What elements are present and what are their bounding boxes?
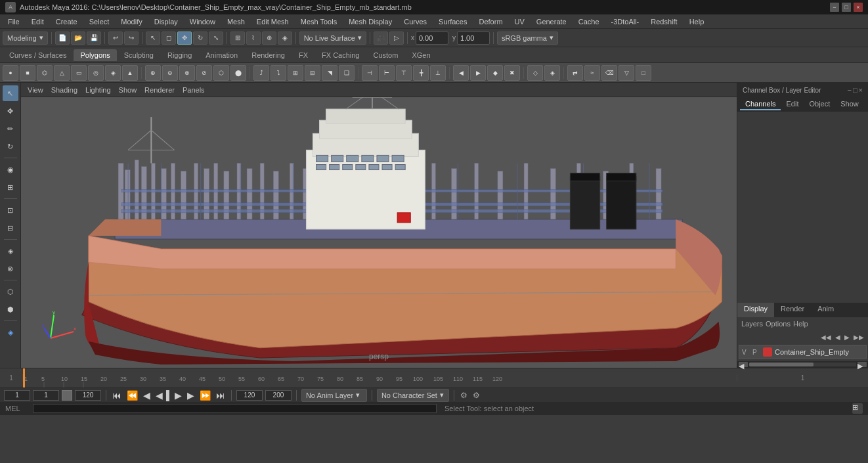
layers-menu[interactable]: Layers [741, 320, 763, 328]
shelf-icon-pyramid[interactable]: ▲ [122, 65, 138, 81]
shelf-icon-duplicate-face[interactable]: ❑ [339, 65, 355, 81]
tab-object[interactable]: Object [804, 99, 835, 110]
shelf-icon-sphere[interactable]: ● [3, 65, 18, 81]
shelf-icon-transfer[interactable]: ⇄ [567, 65, 583, 81]
scroll-track[interactable] [749, 363, 856, 366]
mel-input[interactable] [33, 404, 437, 413]
menu-help[interactable]: Help [684, 16, 710, 27]
char-set-dropdown[interactable]: No Character Set ▾ [377, 389, 449, 402]
minimize-button[interactable]: − [830, 3, 839, 12]
shelf-icon-append[interactable]: ⊞ [288, 65, 303, 81]
lasso-select-button[interactable]: ◻ [162, 32, 176, 45]
shelf-tab-curves[interactable]: Curves / Surfaces [3, 49, 73, 61]
step-back-button[interactable]: ⏪ [125, 390, 139, 401]
shelf-icon-separate[interactable]: ⊖ [162, 65, 178, 81]
shelf-icon-loop-cut[interactable]: ⊣ [362, 65, 378, 81]
shelf-icon-cleanup[interactable]: ⌫ [601, 65, 617, 81]
shelf-icon-slide[interactable]: ⊥ [430, 65, 446, 81]
y-input[interactable] [457, 32, 490, 45]
shelf-tab-fx[interactable]: FX [292, 49, 315, 61]
select-tool-button[interactable]: ↖ [146, 32, 160, 45]
rotate-tool[interactable]: ↻ [3, 139, 18, 154]
compass[interactable]: ◈ [3, 324, 18, 340]
prev-key-button[interactable]: ◀ [142, 390, 152, 401]
paint-tool[interactable]: ✏ [3, 121, 18, 137]
shelf-icon-wedge[interactable]: ◥ [322, 65, 337, 81]
timeline[interactable]: 1 1 5 10 15 20 25 30 35 40 45 50 55 60 6… [0, 368, 868, 387]
save-button[interactable]: 💾 [87, 32, 101, 45]
shelf-icon-delete-edge[interactable]: ✖ [504, 65, 520, 81]
layer-nav-btn1[interactable]: ◀◀ [819, 334, 833, 341]
frame-start-input[interactable] [33, 390, 59, 401]
next-key-button[interactable]: ▶ [186, 390, 196, 401]
frame-end-input[interactable] [75, 390, 101, 401]
snap-grid-button[interactable]: ⊞ [230, 32, 245, 45]
layer-nav-btn3[interactable]: ▶ [843, 334, 851, 341]
shelf-icon-triangulate[interactable]: ▽ [618, 65, 634, 81]
shelf-icon-conform[interactable]: ≈ [584, 65, 600, 81]
viewport-menu-renderer[interactable]: Renderer [142, 86, 177, 94]
layer-playback[interactable]: P [752, 349, 760, 356]
show-manip[interactable]: ⊡ [3, 202, 18, 218]
shelf-icon-connect[interactable]: ╋ [413, 65, 429, 81]
shelf-icon-torus[interactable]: ◎ [88, 65, 104, 81]
menu-deform[interactable]: Deform [473, 16, 508, 27]
move-tool[interactable]: ✥ [3, 103, 18, 119]
shelf-icon-offset[interactable]: ⊢ [379, 65, 395, 81]
range-end2-input[interactable] [265, 390, 292, 401]
soft-select[interactable]: ⊟ [3, 220, 18, 236]
go-to-start-button[interactable]: ⏮ [111, 390, 123, 401]
help-menu[interactable]: Help [793, 320, 808, 328]
snap-point-button[interactable]: ⊕ [262, 32, 276, 45]
layer-row[interactable]: V P Container_Ship_Empty [739, 345, 867, 359]
shelf-icon-extrude[interactable]: ⤴ [253, 65, 269, 81]
rotate-tool-button[interactable]: ↻ [193, 32, 207, 45]
shelf-icon-smooth[interactable]: ⬡ [213, 65, 229, 81]
shelf-icon-boolean[interactable]: ⊘ [196, 65, 212, 81]
layer-tab-display[interactable]: Display [737, 303, 774, 317]
shelf-tab-rendering[interactable]: Rendering [245, 49, 292, 61]
shelf-icon-cube[interactable]: ■ [20, 65, 35, 81]
panel-minimize-button[interactable]: − [847, 86, 851, 94]
camera-button[interactable]: 🎥 [374, 32, 388, 45]
color-profile-dropdown[interactable]: sRGB gamma ▾ [497, 32, 558, 45]
play-back-button[interactable]: ◀▐ [154, 390, 171, 401]
viewport-menu-show[interactable]: Show [116, 86, 140, 94]
shelf-icon-mirror[interactable]: ⬤ [230, 65, 246, 81]
panel-expand-button[interactable]: □ [853, 86, 857, 94]
shelf-tab-fx-caching[interactable]: FX Caching [315, 49, 366, 61]
scroll-right-button[interactable]: ▶ [857, 362, 867, 367]
panel-settings[interactable]: ⊗ [3, 261, 18, 276]
status-settings-button[interactable]: ⊞ [852, 403, 863, 414]
tab-channels[interactable]: Channels [740, 99, 781, 110]
menu-mesh[interactable]: Mesh [222, 16, 250, 27]
menu-cache[interactable]: Cache [573, 16, 605, 27]
shelf-icon-merge[interactable]: ▶ [470, 65, 486, 81]
shelf-icon-extract[interactable]: ⊗ [179, 65, 195, 81]
shelf-icon-fill-hole[interactable]: ⊟ [305, 65, 320, 81]
shelf-icon-bridge[interactable]: ⤵ [271, 65, 286, 81]
x-input[interactable] [416, 32, 448, 45]
scroll-thumb[interactable] [749, 363, 814, 366]
right-panel-scrollbar[interactable]: ◀ ▶ [737, 361, 868, 368]
menu-curves[interactable]: Curves [399, 16, 432, 27]
settings-button[interactable]: ⚙ [471, 391, 481, 400]
menu-display[interactable]: Display [149, 16, 183, 27]
window-controls[interactable]: − □ × [830, 3, 863, 12]
menu-window[interactable]: Window [184, 16, 221, 27]
shelf-tab-rigging[interactable]: Rigging [161, 49, 198, 61]
layer-nav-btn4[interactable]: ▶▶ [852, 334, 865, 341]
range-end-input[interactable] [236, 390, 263, 401]
close-button[interactable]: × [854, 3, 863, 12]
snap-curve-button[interactable]: ⌇ [246, 32, 261, 45]
shelf-tab-xgen[interactable]: XGen [405, 49, 437, 61]
layer-color-swatch[interactable] [763, 347, 772, 357]
quick-select2[interactable]: ⬢ [3, 301, 18, 317]
anim-layer-dropdown[interactable]: No Anim Layer ▾ [301, 389, 367, 402]
layer-visibility[interactable]: V [742, 349, 750, 356]
menu-select[interactable]: Select [84, 16, 115, 27]
quick-select1[interactable]: ⬡ [3, 284, 18, 299]
shelf-tab-polygons[interactable]: Polygons [74, 49, 116, 61]
play-forward-button[interactable]: ▶ [173, 390, 183, 401]
layer-tab-anim[interactable]: Anim [811, 303, 840, 317]
